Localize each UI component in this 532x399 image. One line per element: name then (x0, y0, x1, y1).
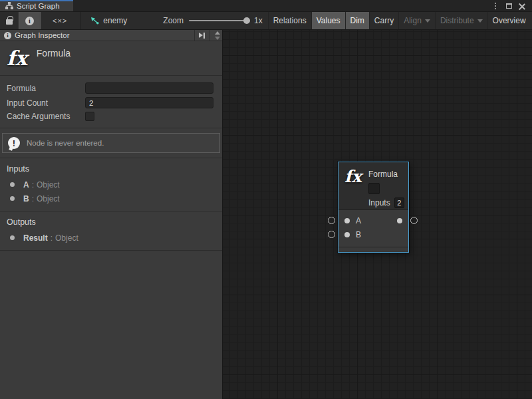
toolbar-separator (80, 12, 80, 29)
port-name: B (23, 194, 29, 203)
inspector-header: Graph Inspector (0, 30, 222, 41)
info-icon (4, 32, 11, 39)
external-port-result[interactable] (410, 217, 418, 224)
tab-script-graph[interactable]: Script Graph (0, 0, 73, 11)
toolbar-buttons: Relations Values Dim Carry Align Distrib… (268, 12, 532, 29)
input-count-input[interactable] (85, 97, 213, 108)
input-port-a[interactable] (344, 218, 350, 223)
external-port-a[interactable] (328, 217, 335, 224)
output-port-result[interactable] (397, 218, 402, 223)
port-label: B (356, 230, 361, 239)
lock-button[interactable] (0, 12, 19, 29)
formula-node-header[interactable]: fx Formula Inputs 2 (338, 162, 408, 209)
dock-panel-button[interactable] (194, 30, 209, 41)
panel-spinner (213, 30, 222, 41)
toolbar-button-carry[interactable]: Carry (369, 12, 398, 29)
toolbar-button-distribute[interactable]: Distribute (435, 12, 487, 29)
toolbar-button-overview[interactable]: Overview (487, 12, 531, 29)
graph-inspector-panel: Graph Inspector fx Formula Formula (0, 30, 223, 399)
port-bullet-icon (10, 235, 15, 240)
port-row-a: A : Object (7, 178, 215, 192)
port-row-b: B : Object (7, 192, 215, 205)
tab-bar: Script Graph (0, 0, 532, 12)
inspector-title: Graph Inspector (15, 31, 191, 39)
toolbar-left-group: <×> enemy Zoom 1x (0, 12, 268, 29)
script-graph-icon (5, 2, 13, 9)
formula-fx-icon: fx (7, 49, 27, 68)
node-inputs-label: Inputs (368, 198, 390, 207)
port-name: Result (23, 233, 48, 243)
inspector-toggle-button[interactable] (19, 12, 41, 29)
zoom-slider-track (189, 20, 249, 21)
port-colon: : (51, 233, 53, 243)
graph-pointer-icon (90, 17, 100, 25)
inputs-section: Inputs A : Object B : Object (0, 158, 222, 211)
chevron-down-icon (477, 19, 483, 23)
chevron-down-icon (425, 19, 430, 23)
warning-text: Node is never entered. (27, 139, 104, 147)
port-label: A (356, 216, 361, 225)
maximize-button[interactable] (504, 1, 513, 11)
node-input-count[interactable]: 2 (394, 198, 404, 208)
button-label: Align (404, 16, 422, 25)
toolbar-button-relations[interactable]: Relations (268, 12, 311, 29)
port-bullet-icon (10, 182, 15, 187)
graph-target-label[interactable]: enemy (103, 16, 127, 25)
zoom-slider-handle[interactable] (243, 17, 250, 24)
tab-label: Script Graph (17, 2, 60, 10)
field-label: Formula (7, 84, 85, 93)
source-button[interactable]: <×> (41, 12, 79, 29)
active-tab-accent (0, 0, 73, 1)
node-port-row-a: A (338, 213, 408, 227)
spin-up-icon[interactable] (215, 31, 220, 35)
node-port-row-b: B (338, 227, 408, 241)
close-icon (519, 3, 525, 9)
port-colon: : (32, 180, 34, 190)
window-controls (491, 0, 532, 11)
field-row-formula: Formula (7, 82, 213, 94)
port-bullet-icon (10, 196, 15, 201)
node-inputs-row: Inputs 2 (368, 198, 404, 208)
spin-down-icon[interactable] (215, 37, 220, 40)
dock-icon (199, 33, 203, 38)
field-row-input-count: Input Count (7, 97, 213, 108)
inputs-title: Inputs (7, 164, 215, 174)
port-colon: : (32, 194, 34, 203)
external-port-b[interactable] (328, 231, 335, 238)
field-label: Cache Arguments (7, 112, 85, 121)
close-button[interactable] (517, 1, 527, 11)
node-title: Formula (368, 170, 404, 179)
unit-title: Formula (37, 48, 70, 59)
port-row-result: Result : Object (7, 231, 215, 245)
formula-node[interactable]: fx Formula Inputs 2 A (338, 162, 409, 253)
toolbar-button-align[interactable]: Align (398, 12, 435, 29)
maximize-icon (506, 3, 512, 9)
port-type: Object (37, 194, 60, 203)
field-row-cache-arguments: Cache Arguments (7, 112, 213, 121)
info-icon (25, 17, 34, 25)
button-label: Distribute (440, 16, 474, 25)
code-icon: <×> (53, 17, 67, 25)
input-port-b[interactable] (344, 232, 350, 237)
dock-icon-bar (203, 33, 205, 39)
node-header-column: Formula Inputs 2 (368, 170, 404, 208)
kebab-menu-icon (495, 5, 496, 7)
formula-input[interactable] (85, 82, 213, 94)
lock-icon (6, 19, 13, 25)
node-footer (338, 247, 408, 252)
node-ports-body: A B (338, 210, 408, 247)
window-menu-button[interactable] (491, 1, 500, 11)
unit-header: fx Formula (0, 41, 222, 76)
main-area: Graph Inspector fx Formula Formula (0, 30, 532, 399)
node-formula-input[interactable] (368, 183, 380, 194)
field-label: Input Count (7, 98, 85, 108)
cache-arguments-checkbox[interactable] (85, 112, 94, 121)
script-graph-window: Script Graph <×> enemy Zoom 1x Re (0, 0, 532, 399)
warning-box: Node is never entered. (2, 133, 220, 153)
unit-fields: Formula Input Count Cache Arguments (0, 76, 222, 128)
outputs-title: Outputs (7, 217, 215, 227)
zoom-slider[interactable] (189, 12, 249, 29)
toolbar-button-values[interactable]: Values (311, 12, 345, 29)
graph-canvas[interactable]: fx Formula Inputs 2 A (223, 30, 532, 399)
toolbar-button-dim[interactable]: Dim (345, 12, 369, 29)
